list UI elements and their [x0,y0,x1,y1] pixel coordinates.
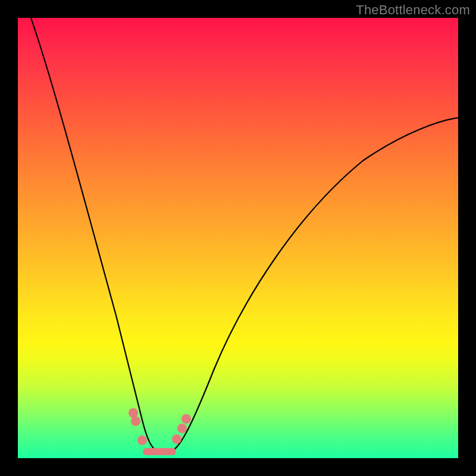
marker-dot [137,436,147,445]
bottleneck-curve [31,18,458,453]
marker-dot [181,414,191,424]
marker-dot [129,408,138,418]
marker-dot [131,416,140,426]
outer-frame: TheBottleneck.com [0,0,476,476]
curve-svg [18,18,458,458]
marker-dot [177,424,187,433]
plot-area [18,18,458,458]
marker-dot [172,434,181,444]
watermark-text: TheBottleneck.com [356,2,470,18]
